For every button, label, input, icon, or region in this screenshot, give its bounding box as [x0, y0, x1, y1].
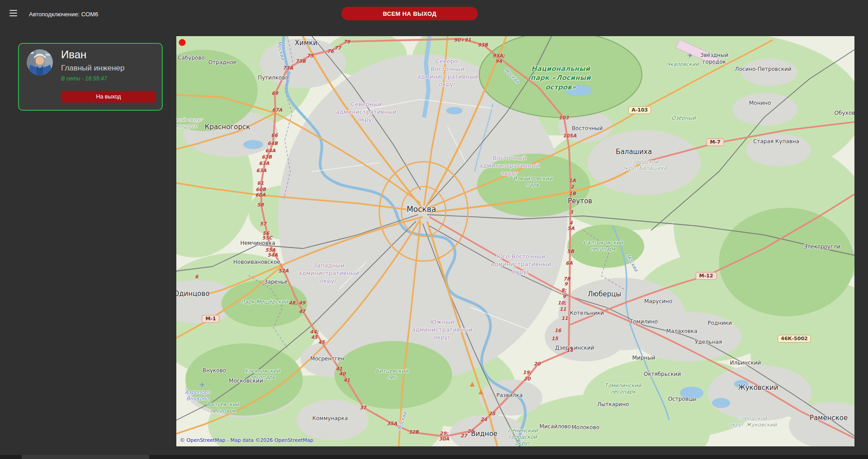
map-label: 29; 30А	[439, 431, 449, 441]
map-label: Юго-Восточный административный округ	[491, 253, 551, 276]
map-label: 5А	[567, 225, 574, 231]
map-label: 9	[562, 294, 566, 299]
map-label: Новоивановское	[233, 259, 280, 266]
map-label: 26	[467, 428, 474, 434]
avatar	[27, 49, 53, 75]
map-label: Озёрный	[671, 115, 696, 121]
map-label: 63А	[259, 160, 269, 166]
map-label: Одинцово	[176, 290, 210, 298]
map-label: 93В	[478, 42, 488, 47]
map-label: 57	[260, 221, 267, 226]
top-bar: Автоподключение: COM6 ВСЕМ НА ВЫХОД	[0, 0, 868, 27]
map-label: Малаховка	[666, 328, 698, 335]
map-label: Отрадное	[208, 59, 236, 66]
map-label: Салтыковский лесопарк	[583, 239, 623, 252]
map-label: Старая Купавна	[753, 138, 799, 145]
map-label: 11	[560, 306, 566, 312]
map-label: Лосино-Петровский	[735, 66, 791, 73]
map-label: М-1	[202, 315, 219, 323]
map-label: Парк Мещёрский	[241, 299, 288, 305]
map-label: Видное	[471, 430, 498, 438]
map-label: Жуковский	[738, 384, 778, 392]
map-label: Москва	[276, 41, 286, 61]
map-attribution: © OpenStreetMap - Map data ©2026 OpenStr…	[180, 437, 313, 443]
map-label: Ильинский	[730, 360, 761, 366]
map-label: Марусино	[644, 298, 672, 305]
map-label: Октябрьский	[644, 371, 681, 378]
map-label: Томилино	[630, 318, 658, 325]
map-label: 67А	[272, 107, 283, 112]
map-label: 58	[257, 202, 264, 207]
map-label: Заречье	[264, 279, 288, 286]
logout-button[interactable]: На выход	[61, 91, 156, 103]
taskbar-strip	[0, 455, 868, 459]
map-label: 6	[195, 274, 198, 279]
map-label: Восточный административный округ	[479, 155, 540, 178]
map-labels: ХимкиКрасногорскОдинцовоМоскваБалашихаЛю…	[176, 36, 854, 446]
autoconnect-status-label: Автоподключение: COM6	[29, 11, 98, 18]
map-label: Сабурово	[178, 55, 205, 61]
map-label: 73В	[296, 58, 306, 64]
taskbar-segment	[22, 455, 149, 459]
hamburger-menu-icon[interactable]	[9, 10, 18, 17]
map-label: 41	[344, 377, 350, 383]
map-label: 93А; 94	[493, 53, 505, 64]
map-label: Москва	[625, 253, 640, 272]
map-label: Ульяновский лесопарк	[245, 368, 280, 380]
map-label: 1А	[569, 178, 576, 183]
map-label: 20	[524, 376, 531, 381]
map-label: Национальный парк «Лосиный остров»	[531, 64, 591, 92]
map-label: Битцевский лес	[376, 368, 408, 380]
map-label: Звёздный городок	[700, 52, 728, 65]
user-card: Иван Главный инженер В сети - 16:55:47 Н…	[18, 43, 163, 111]
map-label: М-12	[696, 272, 717, 280]
map-label: 5В	[567, 248, 574, 254]
map-label: Реутов	[568, 197, 592, 205]
map-label: 54А	[268, 252, 278, 258]
map-label: Раменское	[810, 414, 848, 422]
map-label: Островцы	[668, 396, 697, 403]
map-label: 79	[344, 39, 350, 44]
map-label: Красногорск	[205, 123, 250, 131]
map-label: Обухово	[835, 110, 854, 117]
map-label: Мирный	[632, 355, 656, 361]
map-label: Москва	[503, 67, 520, 84]
map-label: городской округ Красногорск	[176, 117, 203, 129]
map-label: 25	[489, 411, 495, 416]
map-label: 11	[561, 315, 568, 321]
map-label: 61	[257, 180, 264, 186]
map-label: Мосрентген	[310, 356, 344, 362]
map-view[interactable]: ХимкиКрасногорскОдинцовоМоскваБалашихаЛю…	[176, 36, 854, 446]
map-label: А-103	[628, 106, 651, 114]
map-label: Родники	[708, 320, 732, 327]
map-label: 103	[559, 115, 569, 120]
map-label: 75	[307, 53, 314, 58]
exit-all-button[interactable]: ВСЕМ НА ВЫХОД	[341, 7, 478, 20]
map-label: Внуково	[203, 367, 226, 374]
user-name: Иван	[61, 48, 86, 61]
map-label: 45	[318, 339, 325, 345]
map-label: Мисайлово	[539, 423, 571, 430]
map-label: 44; 45	[310, 329, 319, 340]
map-label: 63А	[256, 168, 267, 173]
map-label: городской округ Жуковский	[729, 415, 777, 428]
map-label: Измайловский парк	[513, 175, 552, 188]
map-label: 27	[461, 433, 467, 438]
map-label: 60А	[255, 192, 266, 197]
map-label: городской округ Балашиха	[622, 159, 667, 171]
map-label: 37	[360, 405, 367, 410]
map-label: Молоково	[571, 424, 599, 431]
map-label: Томилинский лесопарк	[605, 382, 642, 395]
map-label: 73А	[283, 65, 293, 70]
map-label: Восточный	[572, 125, 603, 132]
map-label: 60В	[256, 187, 266, 192]
map-label: 2	[571, 184, 574, 189]
map-label: 9	[564, 281, 567, 286]
map-label: Лыткарино	[597, 401, 629, 408]
map-label: Удельная	[695, 339, 722, 346]
map-label: Балашиха	[616, 148, 652, 156]
user-online-status: В сети - 16:55:47	[61, 75, 107, 82]
map-label: 63В	[262, 154, 272, 159]
map-label: 40	[339, 371, 346, 376]
map-label: Москва	[406, 205, 436, 214]
